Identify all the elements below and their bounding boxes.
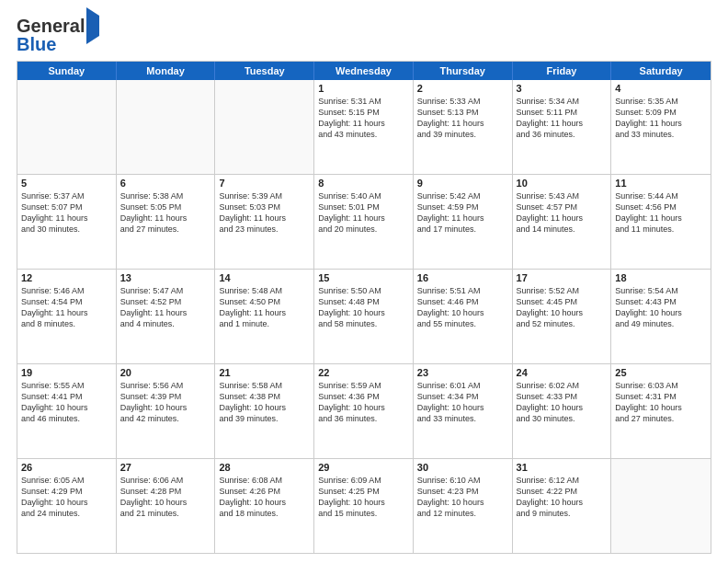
calendar-cell-r2-c3: 15Sunrise: 5:50 AM Sunset: 4:48 PM Dayli… — [314, 270, 414, 363]
calendar-cell-r2-c2: 14Sunrise: 5:48 AM Sunset: 4:50 PM Dayli… — [215, 270, 314, 363]
calendar-cell-r3-c4: 23Sunrise: 6:01 AM Sunset: 4:34 PM Dayli… — [414, 364, 513, 458]
day-number: 27 — [120, 462, 211, 473]
calendar-cell-r2-c5: 17Sunrise: 5:52 AM Sunset: 4:45 PM Dayli… — [513, 270, 612, 363]
day-number: 8 — [318, 178, 409, 189]
day-number: 22 — [318, 367, 409, 378]
weekday-header-tuesday: Tuesday — [215, 62, 314, 80]
logo: General Blue — [17, 17, 99, 53]
calendar-cell-r4-c2: 28Sunrise: 6:08 AM Sunset: 4:26 PM Dayli… — [215, 459, 314, 553]
calendar-row-0: 1Sunrise: 5:31 AM Sunset: 5:15 PM Daylig… — [17, 80, 711, 174]
day-number: 10 — [517, 178, 608, 189]
calendar: SundayMondayTuesdayWednesdayThursdayFrid… — [17, 61, 711, 554]
calendar-cell-r3-c2: 21Sunrise: 5:58 AM Sunset: 4:38 PM Dayli… — [215, 364, 314, 458]
day-number: 19 — [21, 367, 112, 378]
day-info: Sunrise: 6:02 AM Sunset: 4:33 PM Dayligh… — [517, 380, 608, 425]
calendar-cell-r3-c1: 20Sunrise: 5:56 AM Sunset: 4:39 PM Dayli… — [117, 364, 216, 458]
calendar-cell-r4-c6 — [611, 459, 711, 553]
logo-arrow-icon — [86, 7, 99, 44]
weekday-header-thursday: Thursday — [414, 62, 513, 80]
day-number: 4 — [615, 83, 707, 94]
header: General Blue — [17, 17, 711, 53]
day-number: 13 — [120, 272, 211, 283]
day-info: Sunrise: 5:43 AM Sunset: 4:57 PM Dayligh… — [517, 190, 608, 236]
calendar-row-4: 26Sunrise: 6:05 AM Sunset: 4:29 PM Dayli… — [17, 458, 711, 553]
day-number: 15 — [318, 272, 409, 283]
calendar-cell-r1-c6: 11Sunrise: 5:44 AM Sunset: 4:56 PM Dayli… — [611, 175, 711, 269]
day-number: 3 — [517, 83, 608, 94]
day-number: 2 — [417, 83, 508, 94]
day-number: 9 — [417, 178, 508, 189]
calendar-row-1: 5Sunrise: 5:37 AM Sunset: 5:07 PM Daylig… — [17, 174, 711, 269]
page: General Blue SundayMondayTuesdayWednesda… — [0, 0, 728, 563]
day-info: Sunrise: 5:40 AM Sunset: 5:01 PM Dayligh… — [318, 190, 409, 236]
day-number: 14 — [219, 272, 310, 283]
day-number: 7 — [219, 178, 310, 189]
day-number: 25 — [615, 367, 707, 378]
calendar-cell-r3-c3: 22Sunrise: 5:59 AM Sunset: 4:36 PM Dayli… — [314, 364, 414, 458]
weekday-header-saturday: Saturday — [611, 62, 711, 80]
day-info: Sunrise: 6:03 AM Sunset: 4:31 PM Dayligh… — [615, 380, 707, 425]
day-info: Sunrise: 6:06 AM Sunset: 4:28 PM Dayligh… — [120, 475, 211, 520]
day-info: Sunrise: 5:31 AM Sunset: 5:15 PM Dayligh… — [318, 96, 409, 141]
day-info: Sunrise: 5:44 AM Sunset: 4:56 PM Dayligh… — [615, 190, 707, 236]
calendar-cell-r4-c3: 29Sunrise: 6:09 AM Sunset: 4:25 PM Dayli… — [314, 459, 414, 553]
calendar-cell-r4-c0: 26Sunrise: 6:05 AM Sunset: 4:29 PM Dayli… — [17, 459, 117, 553]
day-info: Sunrise: 5:58 AM Sunset: 4:38 PM Dayligh… — [219, 380, 310, 425]
calendar-cell-r3-c0: 19Sunrise: 5:55 AM Sunset: 4:41 PM Dayli… — [17, 364, 117, 458]
calendar-row-2: 12Sunrise: 5:46 AM Sunset: 4:54 PM Dayli… — [17, 269, 711, 363]
calendar-cell-r4-c1: 27Sunrise: 6:06 AM Sunset: 4:28 PM Dayli… — [117, 459, 216, 553]
day-info: Sunrise: 5:39 AM Sunset: 5:03 PM Dayligh… — [219, 190, 310, 236]
day-number: 12 — [21, 272, 112, 283]
calendar-cell-r2-c1: 13Sunrise: 5:47 AM Sunset: 4:52 PM Dayli… — [117, 270, 216, 363]
day-number: 21 — [219, 367, 310, 378]
day-info: Sunrise: 6:10 AM Sunset: 4:23 PM Dayligh… — [417, 475, 508, 520]
calendar-cell-r3-c6: 25Sunrise: 6:03 AM Sunset: 4:31 PM Dayli… — [611, 364, 711, 458]
calendar-cell-r1-c4: 9Sunrise: 5:42 AM Sunset: 4:59 PM Daylig… — [414, 175, 513, 269]
logo-general: General — [17, 16, 85, 36]
day-number: 29 — [318, 462, 409, 473]
day-number: 11 — [615, 178, 707, 189]
day-info: Sunrise: 6:05 AM Sunset: 4:29 PM Dayligh… — [21, 475, 112, 520]
day-number: 5 — [21, 178, 112, 189]
day-info: Sunrise: 5:52 AM Sunset: 4:45 PM Dayligh… — [517, 285, 608, 330]
day-number: 26 — [21, 462, 112, 473]
day-number: 28 — [219, 462, 310, 473]
day-info: Sunrise: 5:47 AM Sunset: 4:52 PM Dayligh… — [120, 285, 211, 330]
day-number: 23 — [417, 367, 508, 378]
calendar-cell-r4-c4: 30Sunrise: 6:10 AM Sunset: 4:23 PM Dayli… — [414, 459, 513, 553]
weekday-header-sunday: Sunday — [17, 62, 117, 80]
day-number: 18 — [615, 272, 707, 283]
day-info: Sunrise: 5:42 AM Sunset: 4:59 PM Dayligh… — [417, 190, 508, 236]
calendar-cell-r1-c1: 6Sunrise: 5:38 AM Sunset: 5:05 PM Daylig… — [117, 175, 216, 269]
calendar-cell-r4-c5: 31Sunrise: 6:12 AM Sunset: 4:22 PM Dayli… — [513, 459, 612, 553]
day-info: Sunrise: 6:01 AM Sunset: 4:34 PM Dayligh… — [417, 380, 508, 425]
day-info: Sunrise: 6:08 AM Sunset: 4:26 PM Dayligh… — [219, 475, 310, 520]
calendar-cell-r0-c5: 3Sunrise: 5:34 AM Sunset: 5:11 PM Daylig… — [513, 80, 612, 174]
calendar-cell-r2-c4: 16Sunrise: 5:51 AM Sunset: 4:46 PM Dayli… — [414, 270, 513, 363]
day-number: 20 — [120, 367, 211, 378]
calendar-cell-r1-c5: 10Sunrise: 5:43 AM Sunset: 4:57 PM Dayli… — [513, 175, 612, 269]
day-info: Sunrise: 5:38 AM Sunset: 5:05 PM Dayligh… — [120, 190, 211, 236]
weekday-header-monday: Monday — [117, 62, 216, 80]
day-info: Sunrise: 5:59 AM Sunset: 4:36 PM Dayligh… — [318, 380, 409, 425]
day-info: Sunrise: 5:51 AM Sunset: 4:46 PM Dayligh… — [417, 285, 508, 330]
day-number: 6 — [120, 178, 211, 189]
calendar-cell-r0-c3: 1Sunrise: 5:31 AM Sunset: 5:15 PM Daylig… — [314, 80, 414, 174]
calendar-cell-r0-c1 — [117, 80, 216, 174]
calendar-body: 1Sunrise: 5:31 AM Sunset: 5:15 PM Daylig… — [17, 80, 711, 553]
day-info: Sunrise: 6:09 AM Sunset: 4:25 PM Dayligh… — [318, 475, 409, 520]
day-number: 1 — [318, 83, 409, 94]
day-info: Sunrise: 5:54 AM Sunset: 4:43 PM Dayligh… — [615, 285, 707, 330]
calendar-cell-r0-c2 — [215, 80, 314, 174]
day-info: Sunrise: 5:50 AM Sunset: 4:48 PM Dayligh… — [318, 285, 409, 330]
calendar-cell-r3-c5: 24Sunrise: 6:02 AM Sunset: 4:33 PM Dayli… — [513, 364, 612, 458]
day-number: 24 — [517, 367, 608, 378]
day-info: Sunrise: 5:55 AM Sunset: 4:41 PM Dayligh… — [21, 380, 112, 425]
calendar-header: SundayMondayTuesdayWednesdayThursdayFrid… — [17, 62, 711, 80]
calendar-cell-r0-c4: 2Sunrise: 5:33 AM Sunset: 5:13 PM Daylig… — [414, 80, 513, 174]
day-info: Sunrise: 6:12 AM Sunset: 4:22 PM Dayligh… — [517, 475, 608, 520]
day-info: Sunrise: 5:37 AM Sunset: 5:07 PM Dayligh… — [21, 190, 112, 236]
day-info: Sunrise: 5:56 AM Sunset: 4:39 PM Dayligh… — [120, 380, 211, 425]
calendar-cell-r1-c0: 5Sunrise: 5:37 AM Sunset: 5:07 PM Daylig… — [17, 175, 117, 269]
day-info: Sunrise: 5:35 AM Sunset: 5:09 PM Dayligh… — [615, 96, 707, 141]
